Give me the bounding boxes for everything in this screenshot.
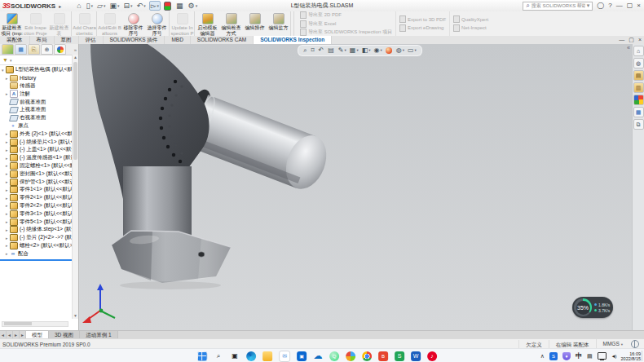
featuremanager-tree-tab[interactable]	[2, 44, 14, 55]
new-inspection-project-button[interactable]: 新建检查项目 (imp:预)	[0, 11, 24, 36]
file-explorer-icon[interactable]	[262, 351, 272, 361]
home-icon[interactable]: ⌂	[76, 2, 82, 10]
tree-item[interactable]: 前视基准面	[0, 98, 78, 106]
tree-item[interactable]: ▸ (-) 绝缘体.step<1> (默认<<默认	[0, 226, 78, 234]
export-menu-item[interactable]: Export eDrawing	[399, 24, 446, 32]
network-speed-widget[interactable]: 35% 1.8K/s 3.7K/s	[572, 297, 613, 318]
solidworks-resources-icon[interactable]: ◍	[633, 58, 644, 68]
preview-pane-icon[interactable]: ⧉	[633, 119, 644, 130]
search-icon[interactable]: ⌕	[214, 351, 223, 361]
launch-template-editor-button[interactable]: 启动模板编辑器	[196, 11, 219, 36]
tree-item[interactable]: ▸ (-) 上盖<1> (默认<<默认>_显示状	[0, 146, 78, 154]
tray-ime-app-icon[interactable]: S	[549, 352, 558, 360]
tree-item[interactable]: ▸ 零件3<1> (默认<<默认>_显示状态	[0, 210, 78, 218]
ribbon-tab[interactable]: MBD	[165, 36, 190, 44]
tree-filter-row[interactable]: ▼ ▾	[0, 55, 78, 65]
tree-item[interactable]: 传感器	[0, 82, 78, 90]
graphics-viewport[interactable]: ⌕ ⌑ ↶ ▤	[79, 44, 633, 330]
tree-item[interactable]: ▸ 零件5<1> (默认<<默认>_显示状态	[0, 218, 78, 226]
doc-restore-button[interactable]: ▢	[629, 36, 634, 44]
tree-item[interactable]: ▸ 固定螺栓<1> (默认<<默认>_显示	[0, 162, 78, 170]
tree-root-item[interactable]: ▾ L型铠装热电偶 (默认<默认_显示状态-1	[0, 66, 78, 74]
ribbon-tab[interactable]: 装配体	[0, 36, 30, 44]
onedrive-icon[interactable]: ☁	[313, 351, 323, 361]
store-icon[interactable]: ▣	[297, 351, 307, 361]
user-icon[interactable]: ◯	[597, 1, 604, 11]
open-file-icon[interactable]: ▱ ▾	[96, 2, 106, 10]
close-button[interactable]: ×	[637, 1, 641, 11]
taskpane-home-icon[interactable]: ⌂	[633, 46, 644, 56]
edit-operation-button[interactable]: 编辑操作	[243, 11, 267, 36]
taskpane-collapse-icon[interactable]: «	[627, 45, 630, 51]
edit-appearance-icon[interactable]	[386, 47, 393, 54]
export-menu-item[interactable]: 导出至 Excel	[300, 20, 392, 28]
scrollbar-thumb[interactable]	[73, 62, 77, 160]
export-menu-item[interactable]: QualityXpert	[453, 15, 488, 23]
dimxpertmanager-tab[interactable]: ⊕	[41, 44, 53, 55]
mail-icon[interactable]: ✉	[279, 351, 290, 362]
tree-item[interactable]: ▸ (-) 绝缘垫片<1> (默认<<默认>_显	[0, 138, 78, 146]
view-settings-icon[interactable]: ▭ ▾	[408, 46, 417, 55]
ribbon-tab[interactable]: SOLIDWORKS CAM	[191, 36, 254, 44]
select-balloons-button[interactable]: 选择零件序号	[145, 11, 170, 36]
green-app-icon[interactable]: Q	[329, 351, 339, 361]
scroll-down-icon[interactable]: ▼	[73, 313, 78, 319]
displaymanager-tab[interactable]	[54, 44, 66, 55]
edit-inspection-project-button[interactable]: Edit Inspection Project	[24, 11, 47, 36]
new-file-icon[interactable]: ▯ ▾	[86, 2, 94, 10]
select-icon[interactable]: ▻ ▾	[149, 1, 161, 11]
search-box[interactable]: ⌕ 搜索 SOLIDWORKS 帮助 ▾	[523, 2, 593, 11]
browser-360-icon[interactable]	[346, 351, 355, 361]
display-icon[interactable]	[598, 352, 607, 360]
docs-app-icon[interactable]: S	[395, 351, 404, 361]
ime-language-indicator[interactable]: 中	[576, 351, 582, 360]
undo-icon[interactable]: ↶ ▾	[136, 2, 147, 10]
tree-item[interactable]: ▸ 螺栓<2> (默认<<默认>_显示状态	[0, 242, 78, 250]
apply-scene-icon[interactable]: ◍ ▾	[396, 46, 404, 55]
tree-item[interactable]: ▸ (-) 温度传感器<1> (默认<<默认>_	[0, 154, 78, 162]
music-app-icon[interactable]: ♪	[427, 351, 437, 361]
doc-minimize-button[interactable]: —	[619, 36, 624, 44]
reader-app-icon[interactable]: B	[378, 351, 388, 361]
volume-icon[interactable]: ◄)	[611, 354, 616, 359]
export-menu-item[interactable]: 导出至 2D PDF	[300, 11, 392, 19]
design-library-icon[interactable]: ▤	[633, 70, 644, 81]
hide-show-items-icon[interactable]: ◉ ▾	[373, 46, 382, 55]
export-menu-item[interactable]: 导出至 SOLIDWORKS Inspection 项目	[300, 29, 392, 36]
chrome-icon[interactable]	[362, 351, 372, 361]
search-caret-icon[interactable]: ▾	[587, 2, 590, 9]
touch-keyboard-icon[interactable]: ▤	[587, 353, 593, 360]
export-menu-item[interactable]: Net-Inspect	[453, 24, 488, 32]
tree-item[interactable]: ▸ ∞ 配合	[0, 249, 78, 258]
add-edit-balloons-button[interactable]: Add/Edit Balloons	[98, 11, 121, 36]
tree-item[interactable]: ▸ 零件2<1> (默认<<默认>_显示状态	[0, 194, 78, 202]
panel-splitter[interactable]	[0, 259, 78, 261]
remove-balloons-button[interactable]: 移除零件序号	[121, 11, 145, 36]
panel-tabs-overflow-icon[interactable]: »	[74, 47, 77, 52]
tree-item[interactable]: ▸ 外壳 (2)<1> (默认<<默认>_显示状	[0, 130, 78, 138]
new-inspection-sheet-button[interactable]: 新建检查表	[47, 11, 72, 36]
edge-icon[interactable]	[246, 351, 256, 361]
options-icon[interactable]: ⚙ ▾	[187, 2, 199, 10]
bom-icon[interactable]: ▦	[175, 2, 185, 10]
configurationmanager-tab[interactable]: ⎘	[28, 44, 40, 55]
section-view-icon[interactable]: ▤	[328, 46, 335, 55]
ribbon-tab[interactable]: 草图	[55, 36, 79, 44]
annotation-visibility-icon[interactable]: ✎ ▾	[338, 46, 346, 55]
tray-security-shield-icon[interactable]: ♦	[562, 352, 571, 360]
add-characteristic-button[interactable]: Add Characteristic	[73, 11, 97, 36]
view-orientation-icon[interactable]: ▦ ▾	[350, 46, 359, 55]
tree-item[interactable]: ▸ History	[0, 74, 78, 82]
model-3d-thermocouple[interactable]	[79, 44, 633, 330]
zoom-area-icon[interactable]: ⌑	[311, 46, 315, 55]
display-style-icon[interactable]: ◧ ▾	[362, 46, 371, 55]
help-icon[interactable]: ?	[608, 1, 611, 11]
propertymanager-tab[interactable]: ▦	[15, 44, 27, 55]
scroll-up-icon[interactable]: ▲	[73, 55, 78, 60]
start-button[interactable]	[197, 351, 207, 361]
word-icon[interactable]: W	[411, 351, 421, 361]
file-explorer-pane-icon[interactable]: ▥	[633, 82, 644, 93]
restore-button[interactable]: ▢	[627, 1, 633, 11]
tree-item[interactable]: ▸ A 注解	[0, 90, 78, 98]
zoom-fit-icon[interactable]: ⌕	[303, 46, 307, 55]
